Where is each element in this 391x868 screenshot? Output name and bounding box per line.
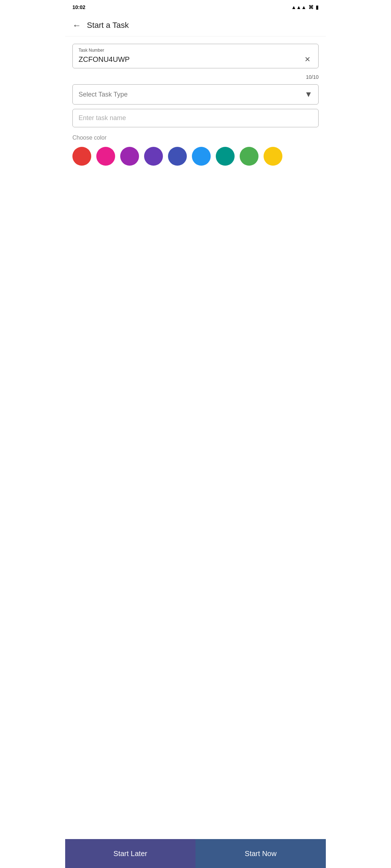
- char-count: 10/10: [72, 74, 319, 80]
- color-option-green[interactable]: [240, 147, 258, 166]
- task-number-group: Task Number ✕: [72, 44, 319, 68]
- battery-icon: ▮: [316, 4, 319, 10]
- color-option-blue-dark[interactable]: [168, 147, 187, 166]
- bottom-buttons: Start Later Start Now: [65, 839, 326, 868]
- page-title: Start a Task: [87, 21, 129, 30]
- color-options: [72, 147, 319, 166]
- dropdown-icon: ▼: [304, 90, 312, 99]
- color-option-teal[interactable]: [216, 147, 235, 166]
- clear-task-number-button[interactable]: ✕: [302, 54, 312, 64]
- task-number-label: Task Number: [79, 48, 312, 53]
- task-number-row: ✕: [79, 54, 312, 64]
- status-bar: 10:02 ▲▲▲ ⌘ ▮: [65, 0, 326, 14]
- back-button[interactable]: ←: [72, 20, 81, 30]
- color-option-purple-dark[interactable]: [144, 147, 163, 166]
- task-type-select[interactable]: Select Task Type ▼: [72, 84, 319, 105]
- header: ← Start a Task: [65, 14, 326, 37]
- task-number-input[interactable]: [79, 55, 302, 64]
- status-time: 10:02: [72, 4, 85, 10]
- form-content: Task Number ✕ 10/10 Select Task Type ▼ C…: [65, 37, 326, 839]
- status-icons: ▲▲▲ ⌘ ▮: [291, 4, 319, 10]
- color-option-red[interactable]: [72, 147, 91, 166]
- signal-icon: ▲▲▲: [291, 4, 306, 10]
- start-now-button[interactable]: Start Now: [196, 839, 326, 868]
- color-section: Choose color: [72, 135, 319, 166]
- color-option-purple-light[interactable]: [120, 147, 139, 166]
- back-arrow-icon: ←: [72, 20, 81, 30]
- start-later-button[interactable]: Start Later: [65, 839, 196, 868]
- color-option-pink[interactable]: [96, 147, 115, 166]
- task-type-placeholder: Select Task Type: [79, 91, 127, 98]
- wifi-icon: ⌘: [308, 4, 314, 10]
- color-option-yellow[interactable]: [264, 147, 282, 166]
- color-option-blue-light[interactable]: [192, 147, 211, 166]
- color-section-label: Choose color: [72, 135, 319, 141]
- task-name-input[interactable]: [72, 109, 319, 127]
